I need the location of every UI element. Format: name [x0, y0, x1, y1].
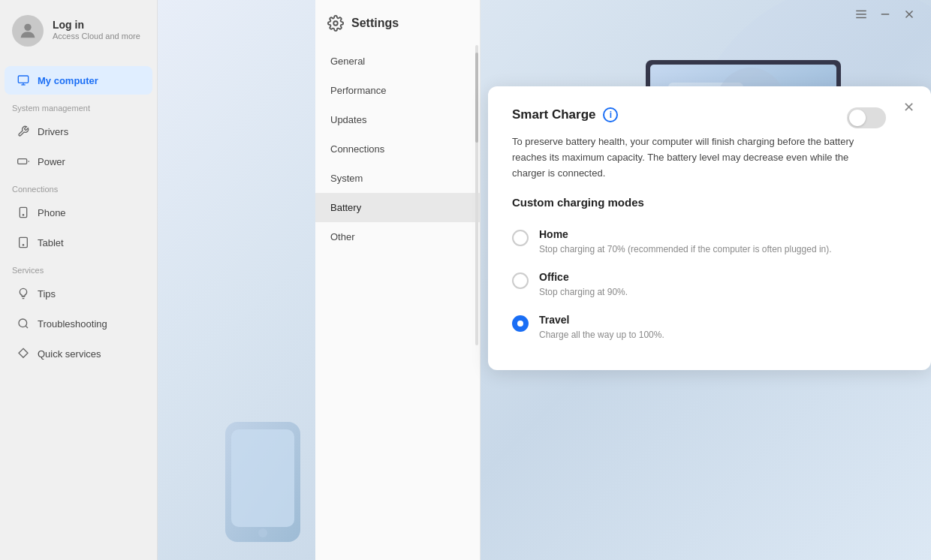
svg-point-6 [23, 215, 23, 215]
card-description: To preserve battery health, your compute… [512, 134, 907, 181]
settings-item-updates[interactable]: Updates [315, 105, 480, 134]
svg-point-9 [19, 319, 27, 327]
sidebar-item-my-computer[interactable]: My computer [5, 66, 152, 95]
scrollbar-thumb[interactable] [475, 53, 478, 143]
phone-icon [17, 206, 30, 219]
settings-nav: General Performance Updates Connections … [315, 44, 480, 254]
travel-desc: Charge all the way up to 100%. [539, 328, 907, 342]
toggle-knob [849, 110, 866, 126]
svg-point-26 [258, 528, 267, 537]
office-label: Office [539, 271, 907, 283]
close-button[interactable] [902, 8, 916, 21]
smart-charge-card: ✕ Smart Charge i To preserve battery hea… [488, 86, 931, 370]
svg-point-27 [333, 21, 338, 26]
info-icon[interactable]: i [603, 107, 618, 122]
settings-item-other[interactable]: Other [315, 222, 480, 251]
settings-title: Settings [351, 17, 399, 30]
charging-mode-travel[interactable]: Travel Charge all the way up to 100%. [512, 306, 907, 349]
sidebar-item-label: Phone [38, 207, 66, 218]
sidebar-item-drivers[interactable]: Drivers [5, 117, 152, 146]
sidebar-item-label: Tips [38, 288, 56, 300]
settings-item-connections[interactable]: Connections [315, 134, 480, 164]
travel-radio-button[interactable] [512, 315, 529, 332]
home-radio-button[interactable] [512, 230, 529, 246]
settings-header: Settings [315, 0, 480, 44]
sidebar-item-label: Troubleshooting [38, 318, 107, 330]
charging-mode-office[interactable]: Office Stop charging at 90%. [512, 263, 907, 306]
settings-scrollbar [475, 45, 478, 345]
svg-point-8 [23, 245, 23, 245]
minimize-button[interactable] [878, 8, 892, 21]
svg-rect-4 [18, 159, 27, 164]
sidebar-item-tablet[interactable]: Tablet [5, 228, 152, 257]
settings-item-battery[interactable]: Battery [315, 193, 480, 222]
sidebar-item-tips[interactable]: Tips [5, 279, 152, 308]
sidebar-item-quick-services[interactable]: Quick services [5, 339, 152, 368]
sidebar-item-troubleshooting[interactable]: Troubleshooting [5, 309, 152, 338]
menu-button[interactable] [854, 8, 868, 21]
avatar [12, 15, 44, 47]
titlebar [854, 8, 916, 21]
sidebar-item-label: Tablet [38, 237, 64, 248]
settings-item-performance[interactable]: Performance [315, 76, 480, 105]
smart-charge-toggle[interactable] [847, 107, 886, 128]
sidebar-item-label: Drivers [38, 126, 68, 137]
office-radio-button[interactable] [512, 272, 529, 289]
sidebar-item-power[interactable]: Power [5, 147, 152, 176]
main-content: Settings General Performance Updates Con… [158, 0, 931, 560]
card-close-button[interactable]: ✕ [898, 97, 919, 118]
sidebar-item-label: Quick services [38, 348, 101, 360]
charging-modes-title: Custom charging modes [512, 196, 907, 209]
wrench-icon [17, 125, 30, 138]
sidebar: Log in Access Cloud and more My computer… [0, 0, 158, 560]
sidebar-item-phone[interactable]: Phone [5, 198, 152, 227]
charging-mode-home[interactable]: Home Stop charging at 70% (recommended i… [512, 221, 907, 263]
user-login-area[interactable]: Log in Access Cloud and more [0, 0, 157, 59]
home-desc: Stop charging at 70% (recommended if the… [539, 242, 907, 256]
settings-item-system[interactable]: System [315, 164, 480, 193]
services-label: Services [0, 258, 157, 278]
sidebar-nav: My computer System management Drivers Po… [0, 59, 157, 560]
sidebar-item-label: My computer [38, 75, 98, 86]
system-management-label: System management [0, 96, 157, 116]
login-title: Log in [53, 19, 140, 31]
monitor-icon [17, 74, 30, 87]
svg-point-0 [24, 24, 31, 31]
diamond-icon [17, 347, 30, 360]
svg-rect-1 [18, 76, 28, 83]
battery-icon [17, 155, 30, 168]
sidebar-item-label: Power [38, 156, 65, 167]
tablet-icon [17, 236, 30, 249]
tips-icon [17, 287, 30, 300]
travel-label: Travel [539, 314, 907, 326]
card-title: Smart Charge [512, 107, 595, 122]
svg-rect-25 [231, 429, 294, 527]
app-window: Log in Access Cloud and more My computer… [0, 0, 931, 560]
settings-panel: Settings General Performance Updates Con… [315, 0, 481, 560]
connections-label: Connections [0, 177, 157, 197]
svg-rect-24 [225, 422, 300, 542]
settings-item-general[interactable]: General [315, 47, 480, 76]
login-subtitle: Access Cloud and more [53, 31, 140, 42]
gear-icon [327, 15, 344, 32]
home-label: Home [539, 228, 907, 240]
search-icon [17, 317, 30, 330]
office-desc: Stop charging at 90%. [539, 285, 907, 299]
